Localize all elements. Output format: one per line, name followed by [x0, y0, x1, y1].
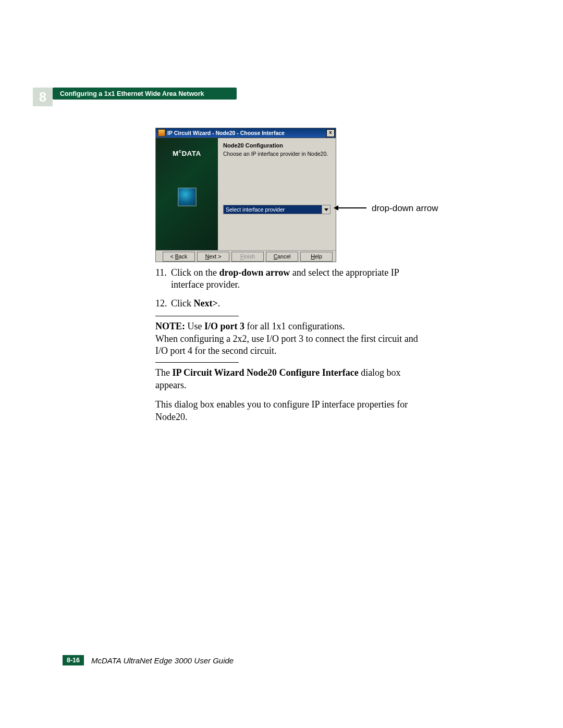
- globe-icon: [178, 188, 197, 206]
- finish-button: Finish: [231, 252, 264, 262]
- book-title: McDATA UltraNet Edge 3000 User Guide: [91, 656, 234, 665]
- dialog-button-row: < Back Next > Finish Cancel Help: [156, 250, 336, 262]
- dialog-title: IP Circuit Wizard - Node20 - Choose Inte…: [167, 130, 326, 136]
- step-text: Click on the drop-down arrow and select …: [171, 267, 432, 291]
- divider: [155, 316, 239, 316]
- page-number: 8-16: [63, 655, 84, 665]
- step-number: 12.: [155, 298, 171, 310]
- close-icon[interactable]: ×: [326, 129, 335, 137]
- mcdata-logo: McDATA: [173, 149, 201, 157]
- document-page: 8 Configuring a 1x1 Ethernet Wide Area N…: [0, 0, 563, 728]
- select-value: Select interface provider: [224, 205, 322, 214]
- back-button[interactable]: < Back: [163, 252, 195, 262]
- next-button[interactable]: Next >: [197, 252, 229, 262]
- callout-arrow-icon: [334, 207, 366, 208]
- chapter-number: 8: [39, 90, 46, 105]
- step-text: Click Next>.: [171, 298, 432, 310]
- chapter-title: Configuring a 1x1 Ethernet Wide Area Net…: [60, 90, 204, 97]
- help-button[interactable]: Help: [300, 252, 333, 262]
- after-paragraph-1: The IP Circuit Wizard Node20 Configure I…: [155, 367, 432, 391]
- interface-provider-select[interactable]: Select interface provider: [223, 205, 331, 214]
- dialog-app-icon: [158, 129, 165, 137]
- note-block: NOTE: Use I/O port 3 for all 1x1 configu…: [155, 320, 432, 357]
- chapter-number-tab: 8: [33, 88, 53, 106]
- body-text: 11. Click on the drop-down arrow and sel…: [155, 267, 432, 430]
- cancel-button[interactable]: Cancel: [266, 252, 298, 262]
- dialog-heading: Node20 Configuration: [223, 142, 331, 149]
- step-12: 12. Click Next>.: [155, 298, 432, 310]
- dialog-prompt: Choose an IP interface provider in Node2…: [223, 151, 331, 157]
- after-paragraph-2: This dialog box enables you to configure…: [155, 399, 432, 423]
- page-footer: 8-16 McDATA UltraNet Edge 3000 User Guid…: [63, 655, 234, 665]
- dialog-side-panel: McDATA: [156, 138, 218, 250]
- note-line-2: When configuring a 2x2, use I/O port 3 t…: [155, 334, 418, 356]
- chapter-title-bar: Configuring a 1x1 Ethernet Wide Area Net…: [53, 88, 237, 100]
- dialog-content: Node20 Configuration Choose an IP interf…: [218, 138, 336, 250]
- divider: [155, 362, 239, 363]
- step-11: 11. Click on the drop-down arrow and sel…: [155, 267, 432, 291]
- dialog-titlebar: IP Circuit Wizard - Node20 - Choose Inte…: [156, 128, 336, 138]
- ip-circuit-wizard-dialog: IP Circuit Wizard - Node20 - Choose Inte…: [155, 128, 336, 262]
- callout-label: drop-down arrow: [372, 203, 438, 214]
- chevron-down-icon[interactable]: [322, 205, 330, 214]
- step-number: 11.: [155, 267, 171, 291]
